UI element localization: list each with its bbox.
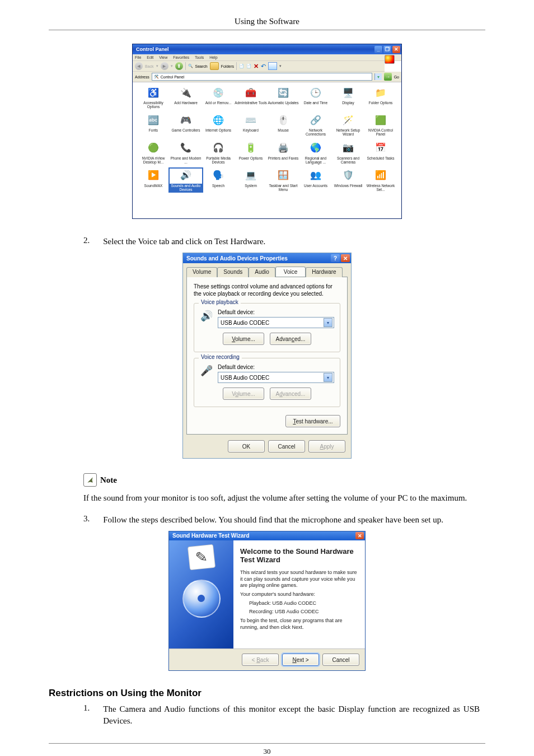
chevron-down-icon[interactable]: ▾: [324, 318, 332, 327]
cp-item[interactable]: 🎧Portable Media Devices: [202, 141, 235, 164]
go-button[interactable]: →: [384, 73, 392, 81]
menu-file[interactable]: File: [135, 55, 141, 59]
cp-item[interactable]: 📁Folder Options: [364, 86, 397, 109]
close-button[interactable]: ✕: [355, 532, 364, 539]
cp-item[interactable]: 🌎Regional and Language ...: [299, 141, 332, 164]
recording-volume-button: Volume...: [223, 388, 264, 400]
move-icon[interactable]: 📄: [239, 64, 244, 68]
copy-icon[interactable]: 📄: [246, 64, 251, 68]
cp-item-icon: 💻: [244, 169, 257, 182]
cp-item[interactable]: 🪟Taskbar and Start Menu: [267, 169, 299, 192]
cp-item[interactable]: 🖨️Printers and Faxes: [267, 141, 299, 164]
forward-button[interactable]: ►: [161, 62, 168, 70]
recording-device-select[interactable]: USB Audio CODEC ▾: [218, 372, 334, 383]
recording-advanced-button: Advanced...: [270, 388, 311, 400]
folders-icon[interactable]: [210, 62, 219, 70]
note-row: Note: [83, 473, 485, 487]
search-icon[interactable]: 🔍: [188, 64, 193, 68]
tabstrip: Volume Sounds Audio Voice Hardware: [183, 263, 351, 277]
address-field[interactable]: 🛠️ Control Panel: [152, 73, 372, 81]
cp-item[interactable]: ⌨️Keyboard: [235, 113, 267, 136]
cp-item[interactable]: 🔗Network Connections: [299, 113, 332, 136]
menu-tools[interactable]: Tools: [195, 55, 204, 59]
cp-item[interactable]: 🔋Power Options: [235, 141, 267, 164]
cancel-button[interactable]: Cancel: [268, 440, 305, 452]
cp-item-label: Regional and Language ...: [299, 156, 332, 164]
cancel-button[interactable]: Cancel: [322, 654, 359, 666]
ok-button[interactable]: OK: [228, 440, 265, 452]
playback-advanced-button[interactable]: Advanced...: [270, 333, 311, 345]
cp-item[interactable]: 🔄Automatic Updates: [267, 86, 299, 109]
folders-label[interactable]: Folders: [221, 64, 234, 68]
minimize-button[interactable]: _: [374, 46, 382, 53]
cp-item-label: Taskbar and Start Menu: [267, 184, 299, 192]
cp-item[interactable]: 📞Phone and Modem ...: [170, 141, 202, 164]
tab-hardware[interactable]: Hardware: [306, 267, 342, 277]
restriction-1: 1. The Camera and Audio functions of thi…: [83, 703, 485, 726]
cp-item[interactable]: 📅Scheduled Tasks: [364, 141, 397, 164]
cp-item[interactable]: 🖱️Mouse: [267, 113, 299, 136]
close-button[interactable]: ✕: [392, 46, 400, 53]
cp-item-label: Wireless Network Set...: [364, 184, 397, 192]
chevron-down-icon[interactable]: ▾: [324, 373, 332, 382]
cp-item-label: Date and Time: [299, 101, 332, 105]
step-number: 2.: [83, 236, 90, 247]
cp-item-icon: 📷: [341, 141, 355, 155]
tab-volume[interactable]: Volume: [186, 267, 217, 277]
cp-item[interactable]: 💻System: [235, 169, 267, 192]
cp-item[interactable]: 📶Wireless Network Set...: [364, 169, 397, 192]
cp-item[interactable]: 🔌Add Hardware: [170, 86, 202, 109]
address-dropdown[interactable]: ▾: [374, 73, 382, 80]
cp-item[interactable]: 🟢NVIDIA nView Desktop M...: [137, 141, 170, 164]
help-button[interactable]: ?: [331, 254, 340, 262]
cp-item-label: User Accounts: [299, 184, 332, 188]
cp-item[interactable]: ♿Accessibility Options: [137, 86, 170, 109]
step-2: 2. Select the Voice tab and click on Tes…: [83, 236, 485, 247]
cp-item[interactable]: 🪄Network Setup Wizard: [332, 113, 364, 136]
undo-icon[interactable]: ↶: [261, 63, 266, 70]
cp-item[interactable]: 🎮Game Controllers: [170, 113, 202, 136]
cp-item[interactable]: 💿Add or Remov...: [202, 86, 235, 109]
tab-sounds[interactable]: Sounds: [217, 267, 249, 277]
cp-item[interactable]: 🟩NVIDIA Control Panel: [364, 113, 397, 136]
cp-item[interactable]: 🛡️Windows Firewall: [332, 169, 364, 192]
next-button[interactable]: Next >: [282, 654, 319, 666]
cp-item[interactable]: 🔊Sounds and Audio Devices: [170, 169, 202, 192]
cp-item-icon: 🛡️: [341, 169, 355, 182]
close-button[interactable]: ✕: [341, 254, 350, 262]
playback-volume-button[interactable]: Volume...: [223, 333, 264, 345]
tab-voice[interactable]: Voice: [275, 267, 306, 277]
tab-audio[interactable]: Audio: [249, 267, 275, 277]
cp-item-icon: 🟢: [147, 141, 160, 155]
menu-help[interactable]: Help: [209, 55, 217, 59]
test-hardware-button[interactable]: Test hardware...: [285, 415, 340, 427]
dialog-title: Sounds and Audio Devices Properties: [186, 255, 288, 262]
playback-device-value: USB Audio CODEC: [221, 320, 269, 326]
maximize-button[interactable]: ❐: [383, 46, 391, 53]
cp-item[interactable]: 🖥️Display: [332, 86, 364, 109]
search-label[interactable]: Search: [195, 64, 208, 68]
back-button: < Back: [242, 654, 279, 666]
cp-item-icon: 🕒: [309, 86, 322, 99]
menu-edit[interactable]: Edit: [147, 55, 153, 59]
cp-item[interactable]: 🧰Administrative Tools: [235, 86, 267, 109]
cp-item[interactable]: 🕒Date and Time: [299, 86, 332, 109]
cp-item[interactable]: 👥User Accounts: [299, 169, 332, 192]
cp-item[interactable]: 🌐Internet Options: [202, 113, 235, 136]
cp-item-label: Windows Firewall: [332, 184, 364, 188]
up-button[interactable]: ⬆: [175, 62, 183, 70]
cp-item[interactable]: 📷Scanners and Cameras: [332, 141, 364, 164]
cp-item-label: NVIDIA Control Panel: [364, 128, 397, 136]
menu-view[interactable]: View: [159, 55, 167, 59]
menu-favorites[interactable]: Favorites: [173, 55, 189, 59]
delete-icon[interactable]: ✕: [254, 63, 259, 70]
playback-device-select[interactable]: USB Audio CODEC ▾: [218, 317, 334, 328]
back-button[interactable]: ◄: [135, 62, 143, 70]
voice-recording-group: Voice recording 🎤 Default device: USB Au…: [194, 358, 340, 407]
cp-item-label: Display: [332, 101, 364, 105]
cp-item-label: Scheduled Tasks: [364, 156, 397, 160]
cp-item[interactable]: 🔤Fonts: [137, 113, 170, 136]
cp-item[interactable]: ▶️SoundMAX: [137, 169, 170, 192]
cp-item[interactable]: 🗣️Speech: [202, 169, 235, 192]
views-button[interactable]: [268, 62, 277, 70]
